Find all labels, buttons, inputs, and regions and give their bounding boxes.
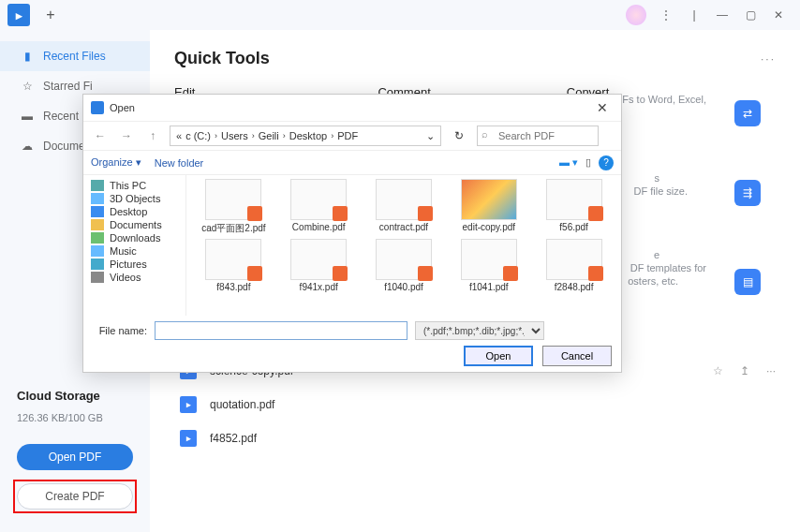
- file-thumbnail[interactable]: cad平面图2.pdf: [194, 179, 274, 235]
- thumbnail-image-icon: [376, 179, 432, 220]
- downloads-icon: [91, 232, 104, 244]
- file-thumbnail[interactable]: contract.pdf: [364, 179, 444, 235]
- pdf-file-icon: ▸: [180, 430, 197, 447]
- thumbnail-label: f843.pdf: [194, 282, 274, 292]
- dialog-address-bar-row: ← → ↑ « c (C:)› Users› Geili› Desktop› P…: [83, 121, 621, 151]
- tree-item[interactable]: Downloads: [83, 231, 185, 244]
- close-button[interactable]: ✕: [764, 4, 793, 26]
- add-tab-button[interactable]: +: [39, 4, 62, 26]
- maximize-button[interactable]: ▢: [736, 4, 764, 26]
- compress-icon[interactable]: ⇶: [734, 180, 761, 206]
- file-thumbnail[interactable]: f1040.pdf: [364, 239, 444, 292]
- tool-desc-3c: osters, etc.: [628, 275, 678, 287]
- thumbnail-image-icon: [376, 239, 432, 280]
- refresh-button[interactable]: ↻: [449, 126, 469, 146]
- filename-label: File name:: [93, 325, 147, 336]
- preview-pane-button[interactable]: ▯: [585, 156, 591, 169]
- quick-tools-more-icon[interactable]: ···: [761, 52, 776, 66]
- tree-item[interactable]: Desktop: [83, 205, 185, 218]
- help-icon[interactable]: ?: [599, 155, 614, 170]
- file-thumbnail[interactable]: f941x.pdf: [279, 239, 359, 292]
- cancel-button[interactable]: Cancel: [542, 346, 612, 366]
- wps-badge-icon: [333, 206, 348, 221]
- tree-item[interactable]: This PC: [83, 179, 185, 192]
- nav-up-button[interactable]: ↑: [143, 126, 162, 145]
- file-thumbnail[interactable]: f2848.pdf: [534, 239, 614, 292]
- filename-input[interactable]: [155, 321, 407, 340]
- cloud-title: Cloud Storage: [17, 389, 133, 403]
- file-thumbnail[interactable]: f1041.pdf: [449, 239, 528, 292]
- breadcrumb-segment[interactable]: c (C:): [185, 130, 211, 141]
- nav-forward-button[interactable]: →: [117, 126, 136, 145]
- open-button[interactable]: Open: [464, 346, 533, 366]
- wps-badge-icon: [247, 266, 262, 281]
- more-action-icon[interactable]: ···: [766, 364, 776, 377]
- tree-item[interactable]: 3D Objects: [83, 192, 185, 205]
- tree-item[interactable]: Documents: [83, 218, 185, 231]
- dialog-app-icon: [91, 101, 104, 114]
- create-pdf-button[interactable]: Create PDF: [17, 483, 133, 510]
- star-icon: ☆: [21, 80, 34, 93]
- tool-desc-3a: e: [654, 249, 659, 260]
- templates-icon[interactable]: ▤: [734, 269, 761, 295]
- star-action-icon[interactable]: ☆: [713, 364, 723, 377]
- file-name: quotation.pdf: [210, 398, 274, 411]
- breadcrumb-segment[interactable]: Desktop: [289, 130, 327, 141]
- breadcrumb-segment[interactable]: «: [176, 130, 182, 141]
- address-bar[interactable]: « c (C:)› Users› Geili› Desktop› PDF ⌄: [170, 126, 441, 146]
- dialog-titlebar: Open ✕: [83, 95, 621, 121]
- breadcrumb-segment[interactable]: PDF: [337, 130, 358, 141]
- dialog-search-input[interactable]: [477, 126, 599, 146]
- wps-badge-icon: [333, 266, 348, 281]
- sidebar-item-label: Starred Fi: [43, 80, 93, 93]
- sidebar-item-label: Recent Files: [43, 50, 106, 63]
- minimize-button[interactable]: —: [708, 4, 736, 26]
- dialog-toolbar: Organize ▾ New folder ▬ ▾ ▯ ?: [83, 151, 621, 175]
- thumbnail-label: f1040.pdf: [364, 282, 444, 292]
- tool-desc-convert: DFs to Word, Excel,: [615, 94, 706, 105]
- file-thumbnail[interactable]: f56.pdf: [534, 179, 614, 235]
- thumbnail-label: contract.pdf: [364, 222, 444, 232]
- create-pdf-highlight: Create PDF: [13, 480, 137, 513]
- tool-desc-2a: s: [655, 172, 660, 184]
- open-file-dialog: Open ✕ ← → ↑ « c (C:)› Users› Geili› Des…: [82, 94, 622, 373]
- file-thumbnail[interactable]: f843.pdf: [194, 239, 274, 292]
- thumbnail-image-icon: [461, 179, 517, 220]
- upload-action-icon[interactable]: ↥: [740, 364, 749, 377]
- file-thumbnail[interactable]: Combine.pdf: [279, 179, 359, 235]
- file-thumbnail[interactable]: edit-copy.pdf: [449, 179, 528, 235]
- breadcrumb-segment[interactable]: Users: [221, 130, 248, 141]
- tree-item[interactable]: Music: [83, 244, 185, 258]
- convert-icon[interactable]: ⇄: [734, 100, 761, 126]
- thumbnail-label: cad平面图2.pdf: [194, 222, 274, 235]
- address-dropdown-icon[interactable]: ⌄: [426, 130, 435, 142]
- tree-item[interactable]: Pictures: [83, 258, 185, 271]
- new-folder-button[interactable]: New folder: [155, 157, 204, 169]
- dialog-body: This PC 3D Objects Desktop Documents Dow…: [83, 175, 621, 316]
- file-row[interactable]: ▸ quotation.pdf: [174, 388, 776, 421]
- videos-icon: [91, 272, 104, 283]
- thumbnail-label: f2848.pdf: [534, 282, 614, 292]
- file-name: f4852.pdf: [210, 432, 257, 445]
- view-mode-button[interactable]: ▬ ▾: [559, 156, 578, 169]
- cloud-icon: ☁: [21, 140, 34, 153]
- file-grid: cad平面图2.pdfCombine.pdfcontract.pdfedit-c…: [186, 175, 621, 316]
- tool-desc-2b: DF file size.: [634, 185, 688, 197]
- more-menu-icon[interactable]: ⋮: [652, 4, 680, 26]
- file-row[interactable]: ▸ f4852.pdf: [174, 421, 776, 455]
- organize-menu[interactable]: Organize ▾: [91, 156, 141, 169]
- wps-badge-icon: [247, 206, 262, 221]
- filter-select[interactable]: (*.pdf;*.bmp;*.dib;*.jpg;*.jpeg;*.j: [415, 321, 544, 340]
- thumbnail-image-icon: [290, 239, 347, 280]
- open-pdf-button[interactable]: Open PDF: [17, 444, 133, 470]
- nav-back-button[interactable]: ←: [91, 126, 110, 145]
- dialog-close-button[interactable]: ✕: [591, 100, 614, 115]
- profile-avatar-icon[interactable]: [626, 5, 646, 25]
- documents-icon: [91, 219, 104, 230]
- wps-badge-icon: [588, 206, 603, 221]
- breadcrumb-segment[interactable]: Geili: [259, 130, 279, 141]
- sidebar-item-recent-files[interactable]: ▮ Recent Files: [0, 41, 150, 71]
- thumbnail-image-icon: [205, 239, 261, 280]
- pictures-icon: [91, 259, 104, 270]
- tree-item[interactable]: Videos: [83, 271, 185, 284]
